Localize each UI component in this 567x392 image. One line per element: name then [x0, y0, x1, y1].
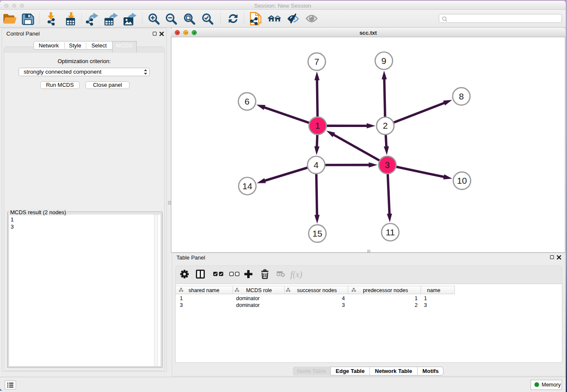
svg-text:10: 10: [457, 176, 467, 185]
svg-text:4: 4: [314, 160, 319, 170]
svg-text:11: 11: [385, 227, 395, 237]
svg-text:MCDS role: MCDS role: [246, 287, 272, 293]
svg-text:3: 3: [180, 302, 183, 308]
svg-text:6: 6: [245, 97, 250, 106]
svg-text:1: 1: [315, 121, 320, 130]
svg-text:1: 1: [424, 295, 427, 301]
svg-text:dominator: dominator: [236, 295, 260, 301]
svg-text:shared name: shared name: [189, 287, 220, 293]
svg-text:name: name: [427, 287, 440, 293]
svg-text:9: 9: [381, 56, 386, 66]
svg-text:14: 14: [242, 181, 253, 191]
svg-text:2: 2: [415, 302, 418, 308]
svg-text:8: 8: [459, 91, 464, 101]
svg-text:7: 7: [314, 57, 319, 66]
svg-text:3: 3: [342, 302, 345, 308]
svg-text:dominator: dominator: [236, 302, 260, 308]
svg-text:2: 2: [383, 121, 388, 130]
svg-text:4: 4: [342, 295, 345, 301]
svg-text:1: 1: [415, 295, 418, 301]
svg-text:f(x): f(x): [290, 270, 303, 279]
svg-text:predecessor nodes: predecessor nodes: [363, 287, 408, 293]
svg-text:3: 3: [385, 160, 390, 170]
svg-text:successor nodes: successor nodes: [297, 287, 337, 293]
svg-text:3: 3: [424, 302, 427, 308]
svg-text:1: 1: [180, 295, 183, 301]
svg-text:15: 15: [312, 229, 322, 238]
